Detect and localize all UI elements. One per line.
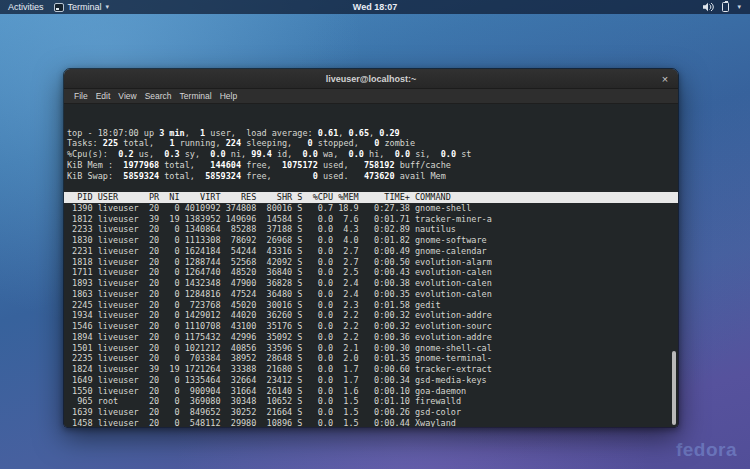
top-bar: Activities Terminal ▾ Wed 18:07 ▾ [0,0,750,14]
process-table-header: PID USER PR NI VIRT RES SHR S %CPU %MEM … [64,192,678,203]
blank-line [67,181,678,192]
process-row: 1390 liveuser 20 0 4010992 374808 80016 … [67,203,678,214]
top-summary-line: top - 18:07:00 up 3 min, 1 user, load av… [67,128,678,139]
process-row: 1893 liveuser 20 0 1432348 47900 36828 S… [67,278,678,289]
process-row: 965 root 20 0 369080 30348 10652 S 0.0 1… [67,396,678,407]
volume-icon [703,2,714,12]
process-row: 1824 liveuser 39 19 1721264 33388 21680 … [67,364,678,375]
close-button[interactable]: × [658,72,672,86]
window-titlebar[interactable]: liveuser@localhost:~ × [64,69,678,89]
terminal-output[interactable]: top - 18:07:00 up 3 min, 1 user, load av… [64,104,678,427]
process-row: 1894 liveuser 20 0 1175432 42996 35092 S… [67,332,678,343]
menu-item-file[interactable]: File [70,91,92,101]
scrollbar-thumb[interactable] [672,351,676,425]
menu-bar: FileEditViewSearchTerminalHelp [64,89,678,104]
process-row: 1818 liveuser 20 0 1288744 52568 42092 S… [67,257,678,268]
menu-item-edit[interactable]: Edit [92,91,115,101]
top-summary-line: KiB Swap: 5859324 total, 5859324 free, 0… [67,171,678,182]
process-row: 1501 liveuser 20 0 1021212 40856 33596 S… [67,343,678,354]
system-status-tray[interactable]: ▾ [703,0,750,14]
top-summary-line: %Cpu(s): 0.2 us, 0.3 sy, 0.0 ni, 99.4 id… [67,149,678,160]
chevron-down-icon: ▾ [106,0,110,14]
top-summary-line: KiB Mem : 1977968 total, 144604 free, 10… [67,160,678,171]
menu-item-help[interactable]: Help [216,91,241,101]
process-row: 1550 liveuser 20 0 900904 31664 26140 S … [67,386,678,397]
process-row: 2235 liveuser 20 0 703384 38952 28648 S … [67,353,678,364]
caret-down-icon: ▾ [737,0,741,14]
process-row: 1830 liveuser 20 0 1113308 78692 26968 S… [67,235,678,246]
process-row: 2245 liveuser 20 0 723768 45020 30016 S … [67,300,678,311]
process-row: 2231 liveuser 20 0 1624184 54244 43316 S… [67,246,678,257]
app-menu-button[interactable]: Terminal ▾ [54,0,110,14]
process-row: 1649 liveuser 20 0 1335464 32664 23412 S… [67,375,678,386]
menu-item-terminal[interactable]: Terminal [176,91,216,101]
activities-button[interactable]: Activities [8,0,44,14]
battery-icon [722,2,729,12]
window-title: liveuser@localhost:~ [326,74,417,84]
app-menu-label: Terminal [68,0,102,14]
fedora-logo: fedora [676,439,737,461]
top-summary-line: Tasks: 225 total, 1 running, 224 sleepin… [67,138,678,149]
process-row: 1711 liveuser 20 0 1264740 48520 36840 S… [67,267,678,278]
process-row: 1546 liveuser 20 0 1110708 43100 35176 S… [67,321,678,332]
menu-item-view[interactable]: View [114,91,140,101]
process-row: 1458 liveuser 20 0 548112 29980 10896 S … [67,418,678,427]
process-row: 2233 liveuser 20 0 1340864 85288 37188 S… [67,224,678,235]
process-row: 1639 liveuser 20 0 849652 30252 21664 S … [67,407,678,418]
menu-item-search[interactable]: Search [141,91,176,101]
scrollbar [671,104,677,427]
process-row: 1934 liveuser 20 0 1429012 44020 36260 S… [67,310,678,321]
clock[interactable]: Wed 18:07 [353,0,397,14]
terminal-window: liveuser@localhost:~ × FileEditViewSearc… [63,68,679,428]
process-row: 1812 liveuser 39 19 1383952 149696 14584… [67,214,678,225]
terminal-app-icon [54,3,64,12]
process-row: 1863 liveuser 20 0 1284816 47524 36480 S… [67,289,678,300]
